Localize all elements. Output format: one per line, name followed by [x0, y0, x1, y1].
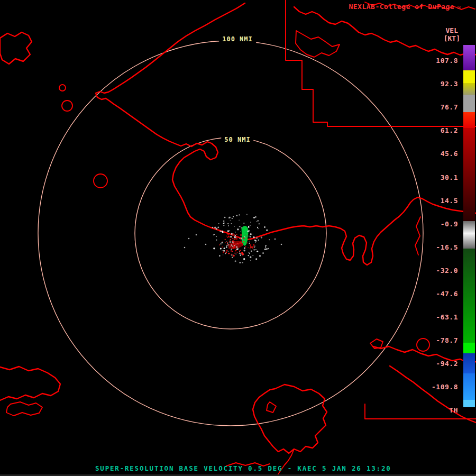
scale-tick: -0.9	[441, 219, 458, 227]
lake-outline	[417, 338, 429, 351]
range-ring-100nmi	[38, 41, 423, 426]
scale-tick: 76.7	[441, 103, 458, 111]
scale-threshold-label: TH	[449, 406, 458, 414]
scale-unit-label: VEL	[446, 26, 458, 34]
scale-tick: -78.7	[436, 336, 458, 344]
scale-tick: -94.2	[436, 360, 458, 368]
coastline-path	[296, 31, 340, 57]
colorbar-segment	[463, 373, 475, 400]
scale-tick: 92.3	[441, 80, 458, 88]
colorbar-segment	[463, 128, 475, 221]
lake-outline	[59, 85, 66, 91]
scale-tick: -63.1	[436, 313, 458, 321]
radar-canvas	[0, 0, 476, 476]
island-outline	[6, 402, 42, 416]
colorbar-segment	[463, 353, 475, 373]
range-ring-50nmi	[135, 138, 326, 329]
site-attribution: NEXLAB-College of DuPage ☒	[349, 3, 461, 11]
scale-tick: -47.6	[436, 290, 458, 298]
attribution-text: NEXLAB-College of DuPage	[349, 3, 454, 11]
colorbar-segment	[463, 112, 475, 128]
velocity-colorbar	[463, 0, 475, 476]
river-path	[415, 217, 420, 255]
coastline-path	[0, 367, 60, 400]
map-outlines	[0, 0, 476, 475]
scale-tick: 14.5	[441, 196, 458, 204]
island-outline	[0, 32, 32, 64]
scale-tick: -32.0	[436, 266, 458, 274]
product-caption: SUPER-RESOLUTION BASE VELOCITY 0.5 DEG -…	[95, 464, 391, 472]
lake-complex-outline	[253, 385, 327, 453]
colorbar-segment	[463, 249, 475, 343]
colorbar-segment	[463, 95, 475, 112]
scale-tick: -16.5	[436, 243, 458, 251]
colorbar-segment	[463, 45, 475, 70]
radar-display: 100 NMI 50 NMI NEXLAB-College of DuPage …	[0, 0, 476, 476]
scale-unit-sub-label: [KT]	[444, 34, 460, 42]
colorbar-segment	[463, 221, 475, 249]
range-ring-label-100: 100 NMI	[219, 35, 256, 43]
boundary-path	[365, 404, 476, 419]
cod-logo-icon: ☒	[457, 3, 461, 11]
colorbar-segment	[463, 343, 475, 353]
scale-tick: 45.6	[441, 150, 458, 158]
colorbar-segment	[463, 83, 475, 95]
lake-outline	[62, 100, 72, 111]
scale-tick: 107.8	[436, 57, 458, 65]
coastline-path	[373, 346, 476, 363]
range-ring-label-50: 50 NMI	[221, 136, 253, 143]
island-outline	[267, 402, 276, 413]
lake-outline	[94, 174, 107, 188]
range-rings	[38, 41, 423, 426]
colorbar-segment	[463, 400, 475, 407]
scale-tick: 30.1	[441, 173, 458, 181]
colorbar-segment	[463, 70, 475, 83]
scale-tick: 61.2	[441, 126, 458, 134]
scale-tick: -109.8	[432, 383, 458, 391]
